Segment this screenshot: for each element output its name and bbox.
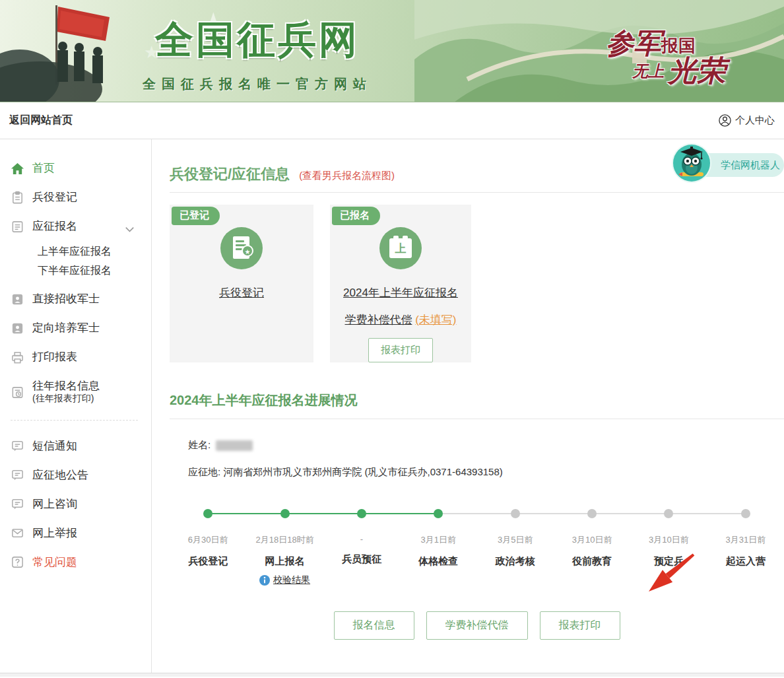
step-label: 役前教育 xyxy=(572,555,612,568)
not-filled-status: (未填写) xyxy=(415,314,456,326)
name-value-redacted xyxy=(216,440,253,451)
step-date: 3月5日前 xyxy=(498,534,533,546)
step-label: 体格检查 xyxy=(418,555,458,568)
step-date: 6月30日前 xyxy=(188,534,228,546)
mail-icon xyxy=(11,526,24,540)
step-date: 3月1日前 xyxy=(421,534,456,546)
site-subtitle: 全国征兵报名唯一官方网站 xyxy=(139,75,376,93)
sidebar-item-faq[interactable]: 常见问题 xyxy=(11,555,151,569)
sidebar-item-label: 常见问题 xyxy=(32,556,77,569)
bingyi-dengji-link[interactable]: 兵役登记 xyxy=(219,285,264,300)
progress-divider xyxy=(170,419,784,419)
step-dot xyxy=(203,509,212,518)
message-icon xyxy=(11,468,24,482)
card-print-report-button[interactable]: 报表打印 xyxy=(368,338,433,362)
sidebar-item-yingzheng-baoming[interactable]: 应征报名 xyxy=(11,220,151,234)
check-result-link[interactable]: 校验结果 xyxy=(259,574,310,586)
home-icon xyxy=(11,162,24,176)
sidebar-item-home[interactable]: 首页 xyxy=(11,162,151,176)
history-doc-icon xyxy=(11,386,24,399)
sidebar-subitem-first-half[interactable]: 上半年应征报名 xyxy=(38,245,151,259)
sidebar-item-online-consult[interactable]: 网上咨询 xyxy=(11,497,151,511)
card-enrolled: 已报名 上 2024年上半年应征报名 学费补偿代偿 (未填写) 报表打印 xyxy=(330,205,471,362)
step-dot xyxy=(511,509,520,518)
sidebar-item-label: 短信通知 xyxy=(32,440,77,453)
soldiers-photo xyxy=(0,0,132,102)
owl-mascot-icon xyxy=(673,145,710,182)
tuition-compensation-label: 学费补偿代偿 xyxy=(344,314,412,326)
step-dot xyxy=(664,509,673,518)
slogan-guangrong: 光荣 xyxy=(668,51,726,90)
sidebar-item-label: 定向培养军士 xyxy=(32,322,100,335)
step-date: 3月10日前 xyxy=(572,534,612,546)
page-title: 兵役登记/应征信息 xyxy=(170,164,290,184)
sidebar-item-label: 打印报表 xyxy=(32,351,77,364)
sidebar-item-label: 首页 xyxy=(32,162,55,175)
timeline-step: 3月10日前 役前教育 xyxy=(554,509,630,586)
main-content: 兵役登记/应征信息 (查看男兵报名流程图) 学信网机器人 xyxy=(152,139,784,673)
timeline-step: 3月1日前 体格检查 xyxy=(400,509,476,586)
enrollment-info-button[interactable]: 报名信息 xyxy=(334,611,414,640)
step-dot xyxy=(357,509,366,518)
sidebar-item-online-report[interactable]: 网上举报 xyxy=(11,526,151,540)
progress-section-title: 2024年上半年应征报名进展情况 xyxy=(170,391,784,409)
sidebar-item-zhijie-zhaoshou[interactable]: 直接招收军士 xyxy=(11,292,151,306)
timeline-step: 2月18日18时前 网上报名 校验结果 xyxy=(246,509,323,586)
back-home-link[interactable]: 返回网站首页 xyxy=(9,114,73,127)
timeline-step: 6月30日前 兵役登记 xyxy=(170,509,246,586)
id-card-icon xyxy=(11,292,24,306)
page-footer-strip xyxy=(0,673,784,677)
tuition-compensation-button[interactable]: 学费补偿代偿 xyxy=(426,611,528,640)
step-label: 兵员预征 xyxy=(342,553,381,566)
sidebar-item-print-report[interactable]: 打印报表 xyxy=(11,351,151,364)
sidebar-item-past-years[interactable]: 往年报名信息 (往年报表打印) xyxy=(11,380,151,405)
sidebar-item-bingyi-dengji[interactable]: 兵役登记 xyxy=(11,191,151,205)
robot-owl-avatar xyxy=(673,145,710,182)
message-icon xyxy=(11,497,24,511)
place-label: 应征地: xyxy=(188,466,220,479)
sidebar-item-sublabel: (往年报表打印) xyxy=(32,393,100,405)
sidebar-divider xyxy=(11,420,138,421)
info-icon xyxy=(259,575,270,586)
step-label: 兵役登记 xyxy=(188,555,228,568)
sidebar-item-label: 应征报名 xyxy=(32,220,77,233)
chsi-robot-widget[interactable]: 学信网机器人 xyxy=(673,145,784,183)
registered-badge: 已登记 xyxy=(172,207,220,225)
sidebar-item-label: 直接招收军士 xyxy=(32,292,100,306)
check-result-label: 校验结果 xyxy=(273,574,310,586)
sidebar-item-label: 应征地公告 xyxy=(32,469,88,482)
timeline-step: 3月31日前 起运入营 xyxy=(707,509,784,586)
sidebar: 首页 兵役登记 应征报名 上半年应征报名 下半年应征报名 xyxy=(0,139,152,673)
place-value: 河南省郑州市巩义市郑州商学院 (巩义市征兵办,0371-64393158) xyxy=(223,466,502,479)
sidebar-item-label: 网上咨询 xyxy=(32,498,77,511)
card-registered: 已登记 ★ 兵役登记 xyxy=(170,205,313,362)
step-date: 3月31日前 xyxy=(725,534,766,546)
male-flow-chart-link[interactable]: (查看男兵报名流程图) xyxy=(299,170,395,182)
sidebar-item-dingxiang-peiyang[interactable]: 定向培养军士 xyxy=(11,322,151,335)
personal-center-link[interactable]: 个人中心 xyxy=(718,114,775,127)
print-report-button[interactable]: 报表打印 xyxy=(540,611,620,640)
document-icon xyxy=(11,220,24,234)
top-navbar: 返回网站首页 个人中心 xyxy=(0,102,784,139)
timeline-line-done xyxy=(208,513,438,514)
progress-timeline: 6月30日前 兵役登记 2月18日18时前 网上报名 xyxy=(170,509,784,586)
sidebar-subitem-second-half[interactable]: 下半年应征报名 xyxy=(38,264,151,278)
sidebar-item-sms-notice[interactable]: 短信通知 xyxy=(11,439,151,453)
step-date: - xyxy=(360,534,363,544)
timeline-step: 3月5日前 政治考核 xyxy=(477,509,554,586)
registration-doc-icon: ★ xyxy=(220,227,263,269)
enrollment-2024-link[interactable]: 2024年上半年应征报名 xyxy=(343,285,458,300)
message-icon xyxy=(11,439,24,453)
enrolled-badge: 已报名 xyxy=(332,207,380,225)
great-wall-illustration xyxy=(414,0,784,102)
sidebar-item-label: 往年报名信息 xyxy=(32,380,100,393)
step-label: 政治考核 xyxy=(496,555,535,568)
step-date: 3月10日前 xyxy=(649,534,689,546)
page: ★ ★ 全国征兵网 全国征兵报名唯一官方网站 参军 报国 无上 光荣 返回网站首… xyxy=(0,0,784,678)
chevron-down-icon[interactable] xyxy=(123,222,137,236)
step-dot xyxy=(280,509,290,518)
user-circle-icon xyxy=(718,114,732,127)
step-dot xyxy=(741,509,750,518)
tuition-compensation-link[interactable]: 学费补偿代偿 (未填写) xyxy=(344,312,456,327)
sidebar-item-notice-board[interactable]: 应征地公告 xyxy=(11,468,151,482)
